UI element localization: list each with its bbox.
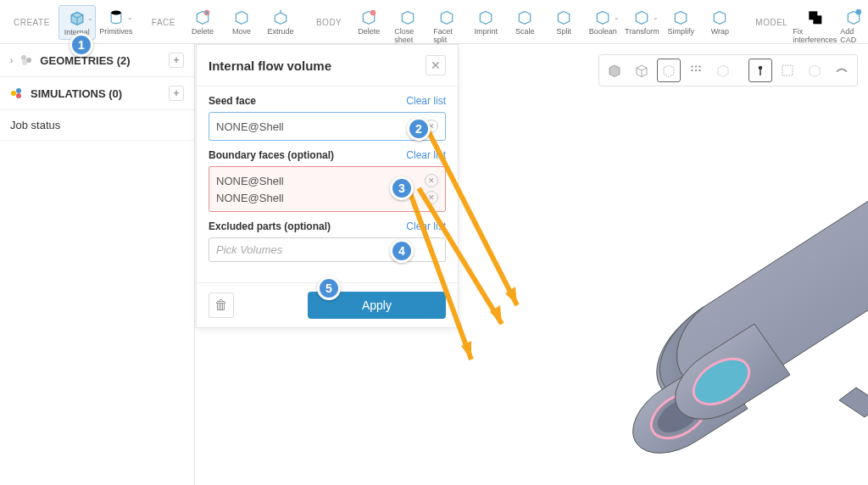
svg-rect-5 — [814, 15, 822, 24]
chevron-down-icon: ⌄ — [614, 14, 620, 21]
callout-1: 1 — [70, 33, 93, 57]
tool-fix-interferences[interactable]: Fix interferences — [796, 5, 833, 47]
svg-point-3 — [370, 10, 376, 16]
sidebar-item-geometries[interactable]: › GEOMETRIES (2) + — [0, 44, 194, 77]
svg-point-12 — [16, 93, 21, 98]
svg-point-15 — [698, 65, 700, 67]
group-label-face: FACE — [145, 18, 182, 27]
sidebar-label: Job status — [10, 119, 60, 131]
overlap-icon — [805, 8, 824, 26]
svg-point-13 — [691, 65, 693, 67]
imprint-icon — [476, 8, 495, 26]
svg-point-14 — [695, 65, 697, 67]
sidebar-label: SIMULATIONS (0) — [31, 87, 122, 100]
svg-point-9 — [22, 60, 27, 65]
boundary-faces-label: Boundary faces (optional) — [209, 149, 334, 161]
main-area: › GEOMETRIES (2) + SIMULATIONS (0) + Job… — [0, 44, 868, 485]
callout-4: 4 — [390, 239, 414, 263]
toolbar: CREATE Internal ⌄ Primitives ⌄ FACE Dele… — [0, 0, 868, 44]
tool-scale[interactable]: Scale — [506, 5, 543, 38]
tool-primitives[interactable]: Primitives ⌄ — [97, 5, 135, 38]
remove-item-button[interactable]: ✕ — [425, 174, 438, 187]
group-label-create: CREATE — [7, 18, 57, 27]
excluded-parts-label: Excluded parts (optional) — [209, 220, 331, 232]
callout-3: 3 — [390, 176, 414, 200]
tool-delete-body[interactable]: Delete — [350, 5, 387, 38]
simplify-icon — [671, 8, 690, 26]
sidebar-item-jobstatus[interactable]: Job status — [0, 110, 194, 141]
seed-face-label: Seed face — [209, 95, 256, 107]
close-sheet-icon — [398, 8, 417, 26]
geometry-icon — [19, 53, 33, 67]
close-button[interactable]: ✕ — [426, 55, 446, 75]
chevron-down-icon: ⌄ — [127, 14, 133, 21]
chevron-down-icon: ⌄ — [87, 14, 93, 22]
add-geometry-button[interactable]: + — [169, 53, 184, 68]
extrude-icon — [271, 8, 290, 26]
delete-body-icon — [359, 8, 378, 26]
svg-point-8 — [26, 58, 31, 63]
tool-close-sheet[interactable]: Close sheet — [389, 5, 426, 47]
sidebar: › GEOMETRIES (2) + SIMULATIONS (0) + Job… — [0, 44, 195, 485]
boolean-icon — [593, 8, 612, 26]
delete-button[interactable]: 🗑 — [209, 293, 234, 318]
svg-point-11 — [16, 88, 21, 93]
tool-wrap[interactable]: Wrap — [701, 5, 738, 38]
tool-simplify[interactable]: Simplify — [662, 5, 699, 38]
svg-point-10 — [11, 91, 16, 96]
tool-add-cad[interactable]: Add CAD — [835, 5, 868, 47]
tool-split[interactable]: Split — [545, 5, 582, 38]
cylinder-icon — [107, 8, 125, 26]
chevron-right-icon: › — [10, 56, 13, 65]
tool-extrude[interactable]: Extrude — [262, 5, 299, 38]
clear-boundary-button[interactable]: Clear list — [406, 149, 446, 161]
tool-transform[interactable]: Transform⌄ — [623, 5, 660, 38]
svg-point-7 — [21, 55, 26, 60]
chevron-down-icon: ⌄ — [653, 14, 659, 21]
trash-icon: 🗑 — [214, 298, 228, 313]
callout-2: 2 — [407, 117, 431, 141]
clear-seed-button[interactable]: Clear list — [406, 95, 446, 107]
delete-face-icon — [193, 8, 212, 26]
wrap-icon — [710, 8, 729, 26]
add-simulation-button[interactable]: + — [169, 86, 184, 101]
scale-icon — [515, 8, 534, 26]
tool-boolean[interactable]: Boolean⌄ — [584, 5, 621, 38]
cube-icon — [68, 8, 86, 27]
simulation-icon — [10, 86, 24, 100]
facet-split-icon — [437, 8, 456, 26]
group-label-model: MODEL — [748, 18, 794, 27]
add-cad-icon — [844, 8, 863, 26]
model-body — [492, 70, 868, 468]
callout-5: 5 — [317, 276, 341, 300]
sidebar-item-simulations[interactable]: SIMULATIONS (0) + — [0, 77, 194, 110]
split-icon — [554, 8, 573, 26]
tool-imprint[interactable]: Imprint — [467, 5, 504, 38]
move-icon — [232, 8, 251, 26]
svg-point-1 — [111, 11, 121, 15]
group-label-body: BODY — [309, 18, 348, 27]
dialog-title: Internal flow volume — [209, 59, 426, 73]
transform-icon — [632, 8, 651, 26]
tool-delete-face[interactable]: Delete — [184, 5, 221, 38]
tool-facet-split[interactable]: Facet split — [428, 5, 465, 47]
close-icon: ✕ — [431, 59, 441, 72]
tool-move[interactable]: Move — [223, 5, 260, 38]
remove-item-button[interactable]: ✕ — [425, 191, 438, 204]
clear-excluded-button[interactable]: Clear list — [406, 220, 446, 232]
